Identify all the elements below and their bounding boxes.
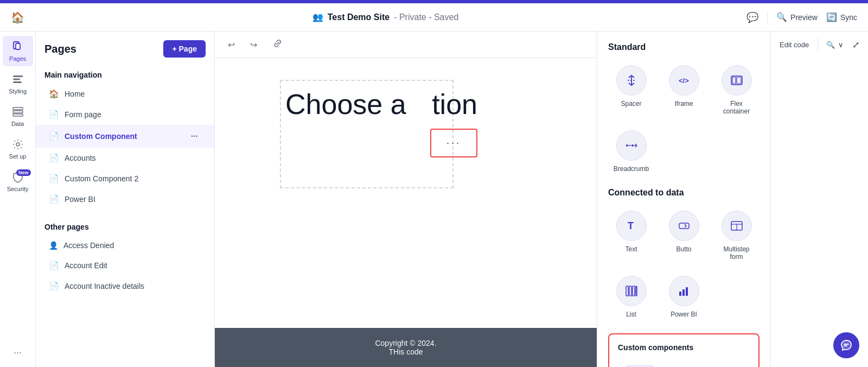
zoom-chevron[interactable]: ∨ (838, 41, 844, 49)
svg-rect-30 (686, 287, 688, 296)
svg-rect-1 (16, 43, 20, 49)
component-list[interactable]: List (608, 271, 654, 322)
nav-item-custom-component-2[interactable]: 📄 Custom Component 2 (36, 168, 214, 189)
pages-title: Pages (44, 43, 76, 55)
component-breadcrumb[interactable]: Breadcrumb (608, 126, 654, 177)
sidebar-item-data[interactable]: Data (3, 101, 33, 131)
powerbi-icon (669, 276, 699, 306)
iframe-label: Iframe (674, 100, 693, 107)
flex-label: Flex container (718, 100, 755, 115)
nav-item-power-bi[interactable]: 📄 Power BI (36, 189, 214, 210)
sidebar-item-setup[interactable]: Set up (3, 134, 33, 164)
tion-text: tion (432, 88, 477, 121)
footer-subtext: THis code (226, 347, 586, 356)
power-bi-icon: 📄 (49, 194, 59, 204)
redo-button[interactable]: ↪ (246, 37, 261, 52)
add-page-button[interactable]: + Page (163, 40, 206, 58)
sync-button[interactable]: 🔄 Sync (826, 12, 857, 22)
accounts-icon: 📄 (49, 153, 59, 163)
icon-sidebar: Pages Styling Data (0, 31, 36, 367)
undo-button[interactable]: ↩ (224, 37, 239, 52)
text-label: Text (625, 245, 637, 253)
component-text[interactable]: T Text (608, 206, 654, 265)
custom-component-2-icon: 📄 (49, 174, 59, 184)
right-toolbar: Edit code 🔍 ∨ ⤢ (770, 31, 868, 367)
component-iframe[interactable]: </> Iframe (661, 61, 707, 119)
canvas-content: Choose a tion ··· Copyright © 2024. THis… (215, 58, 597, 367)
nav-item-access-denied[interactable]: 👤 Access Denied (36, 236, 214, 255)
svg-rect-14 (737, 77, 741, 84)
standard-label: Standard (608, 42, 760, 52)
text-icon: T (616, 211, 647, 241)
canvas-toolbar: ↩ ↪ (215, 31, 597, 58)
svg-rect-29 (682, 289, 685, 296)
nav-item-ellipsis[interactable]: ··· (188, 130, 201, 142)
svg-rect-6 (13, 111, 23, 113)
component-button[interactable]: Butto (661, 206, 707, 265)
connected-label: Connected to data (608, 188, 760, 198)
nav-label-home: Home (65, 90, 85, 98)
nav-item-account-edit[interactable]: 📄 Account Edit (36, 255, 214, 276)
nav-label-power-bi: Power BI (65, 195, 95, 204)
preview-button[interactable]: 🔍 Preview (776, 12, 818, 22)
nav-label-custom-component: Custom Component (65, 132, 137, 141)
svg-rect-5 (13, 107, 23, 110)
flex-icon (722, 65, 752, 96)
canvas-area: ↩ ↪ Choose a tion ·· (215, 31, 597, 367)
button-label: Butto (676, 245, 691, 253)
powerbi-label: Power BI (671, 311, 697, 318)
edit-code-button[interactable]: Edit code (780, 41, 809, 49)
account-edit-icon: 📄 (49, 261, 59, 270)
sidebar-item-pages[interactable]: Pages (3, 36, 33, 66)
sidebar-label-security: Security (7, 186, 29, 192)
nav-item-accounts[interactable]: 📄 Accounts (36, 148, 214, 168)
three-dots-box[interactable]: ··· (430, 129, 477, 157)
iframe-icon: </> (669, 65, 699, 96)
svg-rect-13 (732, 77, 736, 84)
pages-icon (11, 40, 24, 53)
sidebar-item-security[interactable]: New Security (3, 166, 33, 197)
component-powerbi[interactable]: Power BI (661, 271, 707, 322)
styling-icon (11, 73, 24, 86)
chat-icon[interactable]: 💬 (746, 11, 758, 23)
svg-rect-25 (629, 286, 631, 296)
svg-text:</>: </> (679, 77, 689, 85)
svg-rect-26 (633, 286, 635, 296)
home-page-icon: 🏠 (49, 89, 59, 99)
sidebar-label-styling: Styling (9, 88, 27, 94)
nav-label-custom-component-2: Custom Component 2 (65, 174, 138, 183)
component-spacer[interactable]: Spacer (608, 61, 654, 119)
site-users-icon: 👥 (312, 12, 323, 22)
breadcrumb-icon (616, 130, 647, 161)
other-pages-label: Other pages (36, 218, 214, 236)
divider (767, 11, 768, 24)
component-banner[interactable]: Banner (618, 360, 661, 367)
nav-label-account-inactive: Account Inactive details (65, 282, 144, 290)
data-icon (11, 105, 24, 118)
custom-component-icon: 📄 (49, 131, 59, 141)
sidebar-item-styling[interactable]: Styling (3, 68, 33, 99)
sidebar-label-setup: Set up (9, 153, 27, 160)
sync-label: Sync (840, 13, 857, 22)
svg-point-15 (626, 144, 628, 147)
home-icon[interactable]: 🏠 (11, 11, 24, 24)
nav-item-custom-component[interactable]: 📄 Custom Component ··· (36, 125, 214, 148)
expand-icon[interactable]: ⤢ (852, 40, 859, 50)
new-badge: New (16, 169, 31, 176)
chat-bot-button[interactable] (833, 332, 859, 358)
main-nav-label: Main navigation (36, 66, 214, 84)
nav-item-home[interactable]: 🏠 Home (36, 84, 214, 104)
banner-icon (624, 365, 655, 367)
nav-item-form[interactable]: 📄 Form page (36, 104, 214, 125)
canvas-white-area: Choose a tion ··· (215, 58, 597, 328)
nav-label-account-edit: Account Edit (65, 261, 107, 270)
svg-text:T: T (628, 220, 634, 231)
multistep-icon (722, 211, 752, 241)
component-flex[interactable]: Flex container (713, 61, 760, 119)
more-button[interactable]: ... (9, 340, 26, 360)
svg-rect-27 (636, 286, 637, 296)
spacer-icon (616, 65, 647, 96)
nav-item-account-inactive[interactable]: 📄 Account Inactive details (36, 276, 214, 296)
component-multistep[interactable]: Multistep form (713, 206, 760, 265)
link-button[interactable] (268, 36, 288, 53)
